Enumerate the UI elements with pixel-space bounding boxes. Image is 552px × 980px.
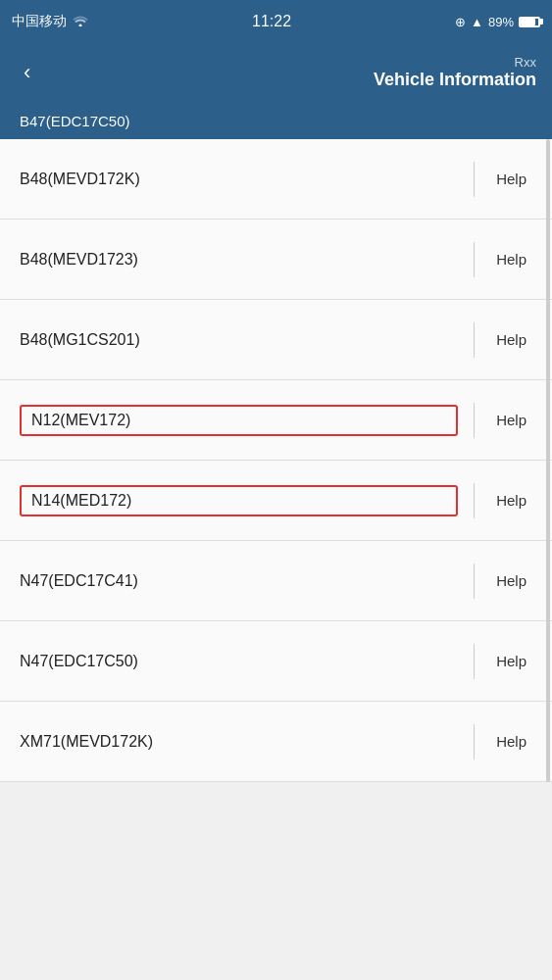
battery-icon xyxy=(519,17,540,27)
divider-line xyxy=(474,644,475,679)
divider-line xyxy=(474,322,475,358)
list-item[interactable]: B48(MEVD172K)Help xyxy=(0,139,552,220)
status-right: ⊕ ▲ 89% xyxy=(455,15,540,29)
prev-item[interactable]: B47(EDC17C50) xyxy=(0,102,552,139)
item-label: N12(MEV172) xyxy=(20,405,458,436)
list-item[interactable]: N47(EDC17C41)Help xyxy=(0,541,552,621)
help-button[interactable]: Help xyxy=(490,488,532,513)
scroll-track xyxy=(546,139,550,782)
status-bar: 中国移动 11:22 ⊕ ▲ 89% xyxy=(0,0,552,43)
divider-line xyxy=(474,483,475,518)
header-title-container: Rxx Vehicle Information xyxy=(46,55,536,90)
help-button[interactable]: Help xyxy=(490,729,532,754)
arrow-icon: ▲ xyxy=(471,15,483,29)
item-label: N47(EDC17C41) xyxy=(20,572,458,590)
divider-line xyxy=(474,724,475,760)
list-item[interactable]: XM71(MEVD172K)Help xyxy=(0,702,552,782)
battery-percent: 89% xyxy=(488,15,514,29)
item-label: XM71(MEVD172K) xyxy=(20,733,458,751)
list-item[interactable]: N47(EDC17C50)Help xyxy=(0,621,552,702)
list-item[interactable]: N14(MED172)Help xyxy=(0,461,552,541)
item-label: B48(MEVD172K) xyxy=(20,171,458,188)
status-left: 中国移动 xyxy=(12,13,88,30)
list-item[interactable]: N12(MEV172)Help xyxy=(0,380,552,461)
list-item[interactable]: B48(MEVD1723)Help xyxy=(0,220,552,300)
divider-line xyxy=(474,242,475,277)
list-wrapper: B48(MEVD172K)HelpB48(MEVD1723)HelpB48(MG… xyxy=(0,139,552,782)
item-label: N14(MED172) xyxy=(20,485,458,516)
list-item[interactable]: B48(MG1CS201)Help xyxy=(0,300,552,380)
help-button[interactable]: Help xyxy=(490,247,532,271)
header-subtitle: Rxx xyxy=(515,55,536,70)
help-button[interactable]: Help xyxy=(490,167,532,191)
divider-line xyxy=(474,403,475,438)
help-button[interactable]: Help xyxy=(490,408,532,432)
list-container: B48(MEVD172K)HelpB48(MEVD1723)HelpB48(MG… xyxy=(0,139,552,782)
header-title: Vehicle Information xyxy=(374,70,536,90)
divider-line xyxy=(474,162,475,197)
help-button[interactable]: Help xyxy=(490,568,532,593)
status-time: 11:22 xyxy=(252,13,291,30)
item-label: B48(MG1CS201) xyxy=(20,331,458,349)
help-button[interactable]: Help xyxy=(490,327,532,352)
help-button[interactable]: Help xyxy=(490,649,532,673)
prev-item-label: B47(EDC17C50) xyxy=(20,113,130,129)
back-button[interactable]: ‹ xyxy=(16,54,38,91)
carrier-label: 中国移动 xyxy=(12,13,67,30)
item-label: B48(MEVD1723) xyxy=(20,251,458,269)
header: ‹ Rxx Vehicle Information xyxy=(0,43,552,102)
location-icon: ⊕ xyxy=(455,15,466,29)
item-label: N47(EDC17C50) xyxy=(20,653,458,670)
divider-line xyxy=(474,564,475,599)
wifi-icon xyxy=(73,14,88,29)
